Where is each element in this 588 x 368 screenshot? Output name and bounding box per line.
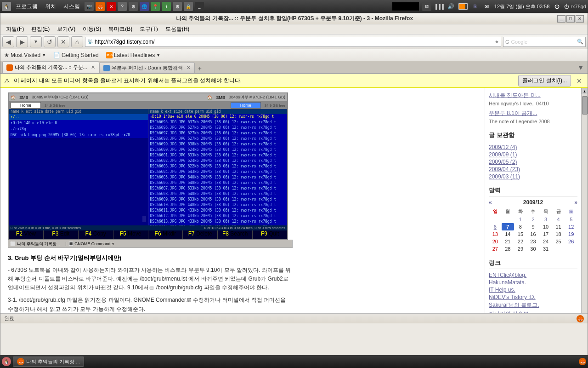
cal-day-10[interactable]: 10 xyxy=(539,223,552,230)
maximize-button[interactable]: □ xyxy=(566,15,575,23)
minimize-button[interactable]: _ xyxy=(557,15,565,23)
info-icon[interactable]: ℹ xyxy=(162,2,171,11)
stop-button[interactable]: ✕ xyxy=(57,36,69,47)
tab-close-1[interactable]: ✕ xyxy=(187,65,191,71)
fn-f7[interactable]: F7 Delete xyxy=(183,230,218,239)
settings2-icon[interactable]: ⚙ xyxy=(173,2,182,11)
link-3[interactable]: NiDEV's Tistory :D. xyxy=(489,294,577,300)
os-logo-icon[interactable]: 🐧 xyxy=(2,2,11,11)
search-submit-icon[interactable]: 🔍 xyxy=(577,39,583,45)
lock-icon[interactable]: 🔒 xyxy=(184,2,193,11)
cal-day-13[interactable]: 13 xyxy=(489,230,502,238)
cal-day-4[interactable]: 4 xyxy=(552,216,565,223)
star-icon[interactable]: ★ xyxy=(495,39,499,44)
cal-day[interactable] xyxy=(502,216,514,223)
forward-button[interactable]: ▶ xyxy=(16,36,28,47)
fn-f3[interactable]: F3 Edit xyxy=(44,230,79,239)
menu-edit[interactable]: 편집(E) xyxy=(28,24,53,34)
home-button[interactable]: ⌂ xyxy=(71,36,83,47)
tab-close-0[interactable]: ✕ xyxy=(91,64,95,70)
archive-2009-04[interactable]: 2009/04 (23) xyxy=(489,166,577,172)
cal-day-31[interactable]: 31 xyxy=(539,245,552,253)
cal-day-6[interactable]: 6 xyxy=(489,223,502,230)
cal-day-12[interactable]: 12 xyxy=(565,223,577,230)
link-0[interactable]: ENTClic@blog. xyxy=(489,272,577,278)
menu-view[interactable]: 보기(V) xyxy=(53,24,79,34)
link-1[interactable]: HakunaMatata. xyxy=(489,279,577,286)
cal-day-29[interactable]: 29 xyxy=(514,245,527,253)
cal-day-14[interactable]: 14 xyxy=(502,230,514,238)
bookmark-getting-started[interactable]: 📄 Getting Started xyxy=(51,51,101,59)
network-icon[interactable]: 🌐 xyxy=(140,2,149,11)
tab-1[interactable]: 우분투 퍼미션 - Daum 통합검색 ✕ xyxy=(99,62,195,73)
archive-2009-09[interactable]: 2009/09 (1) xyxy=(489,151,577,158)
taskbar-ubuntu-icon[interactable]: 🐧 xyxy=(2,357,11,366)
os-menu-programs[interactable]: 프로그램 xyxy=(13,2,40,12)
bluetooth-icon[interactable]: 𝔹 xyxy=(470,2,480,11)
calendar-next[interactable]: » xyxy=(574,199,577,206)
cal-day-30[interactable]: 30 xyxy=(527,245,540,253)
tab-0[interactable]: 나의 추억들의 기록장... :: 우분... ✕ xyxy=(2,61,99,73)
cal-day-26[interactable]: 26 xyxy=(565,238,577,245)
cal-day-8[interactable]: 8 xyxy=(514,223,527,230)
cal-day-3[interactable]: 3 xyxy=(539,216,552,223)
terminal-icon[interactable]: _ xyxy=(195,2,204,11)
volume-icon[interactable]: 🔊 xyxy=(447,2,456,11)
cal-day-18[interactable]: 18 xyxy=(552,230,565,238)
taskbar-ff-icon-right[interactable]: 🦊 xyxy=(579,358,586,365)
cal-day-1[interactable]: 1 xyxy=(514,216,527,223)
reload-button[interactable]: ↺ xyxy=(44,36,56,47)
cal-day-25[interactable]: 25 xyxy=(552,238,565,245)
tab-scroll-right[interactable]: ▼ xyxy=(576,62,586,73)
fn-f6[interactable]: F6 Mkdir xyxy=(148,230,183,239)
cal-day-21[interactable]: 21 xyxy=(502,238,514,245)
cal-day-19[interactable]: 19 xyxy=(565,230,577,238)
menu-go[interactable]: 이동(S) xyxy=(79,24,105,34)
scroll-thumb[interactable] xyxy=(582,96,588,115)
link-5[interactable]: 까나리의 심슬보. xyxy=(489,310,577,313)
archive-2009-12[interactable]: 2009/12 (4) xyxy=(489,144,577,150)
power-icon[interactable]: ⏻ xyxy=(552,2,561,11)
cal-day-27[interactable]: 27 xyxy=(489,245,502,253)
link-2[interactable]: IT Help us. xyxy=(489,287,577,293)
plugin-notification-close[interactable]: ✕ xyxy=(575,77,584,85)
display-icon[interactable]: 🖥 xyxy=(422,2,431,11)
close-icon[interactable]: ✕ xyxy=(107,2,116,11)
cal-day-20[interactable]: 20 xyxy=(489,238,502,245)
link-4[interactable]: Sakurai'님의 블로그. xyxy=(489,301,577,309)
fn-f2[interactable]: F2 View xyxy=(9,230,44,239)
recent-comment-link-0[interactable]: 시내블 진도아든 미... xyxy=(489,92,577,99)
main-scrollbar[interactable]: ▲ xyxy=(581,88,588,313)
os-menu-places[interactable]: 위치 xyxy=(42,2,59,12)
cal-day-2[interactable]: 2 xyxy=(527,216,540,223)
firefox-icon[interactable]: 🦊 xyxy=(96,2,105,11)
mail-icon[interactable]: ✉ xyxy=(482,2,492,11)
bookmark-latest-headlines[interactable]: RSS Latest Headlines ▼ xyxy=(104,51,162,59)
scroll-up-arrow[interactable]: ▲ xyxy=(582,88,588,94)
fn-f4[interactable]: F4 Copy xyxy=(79,230,113,239)
os-menu-system[interactable]: 시스템 xyxy=(61,2,83,12)
menu-tools[interactable]: 도구(T) xyxy=(136,24,161,34)
cal-day-16[interactable]: 16 xyxy=(527,230,540,238)
fn-f8[interactable]: F8 Search xyxy=(218,230,253,239)
fn-f9[interactable]: F9 Quit xyxy=(253,230,287,239)
cal-day-22[interactable]: 22 xyxy=(514,238,527,245)
cal-day-24[interactable]: 24 xyxy=(539,238,552,245)
cal-day-23[interactable]: 23 xyxy=(527,238,540,245)
archive-2009-03[interactable]: 2009/03 (11) xyxy=(489,173,577,180)
forward-dropdown[interactable]: ▼ xyxy=(30,36,42,47)
cal-day-17[interactable]: 17 xyxy=(539,230,552,238)
firefox-badge[interactable]: 🦊 xyxy=(577,315,584,322)
back-button[interactable]: ◀ xyxy=(2,36,14,47)
cal-day-7-today[interactable]: 7 xyxy=(502,223,514,230)
archive-2009-05[interactable]: 2009/05 (2) xyxy=(489,159,577,165)
plugin-install-button[interactable]: 플러그인 설치(I)... xyxy=(518,75,571,86)
bookmark-most-visited[interactable]: ★ Most Visited ▼ xyxy=(2,51,48,59)
cal-day[interactable] xyxy=(489,216,502,223)
menu-file[interactable]: 파일(F) xyxy=(2,24,28,34)
calendar-prev[interactable]: « xyxy=(489,199,492,206)
close-button[interactable]: ✕ xyxy=(576,15,584,23)
cal-day-9[interactable]: 9 xyxy=(527,223,540,230)
recent-comment-link-1[interactable]: 우분투 8.1이 공개... xyxy=(489,109,577,117)
location-icon[interactable]: 📍 xyxy=(151,2,160,11)
